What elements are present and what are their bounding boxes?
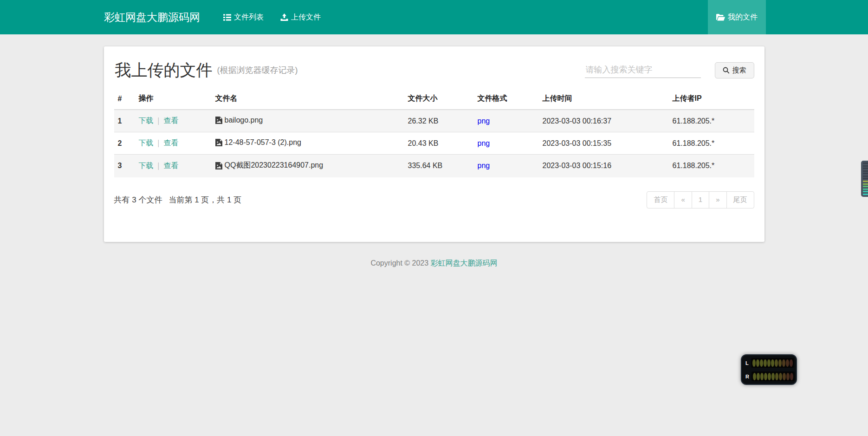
led-segment [783,373,786,380]
files-table: # 操作 文件名 文件大小 文件格式 上传时间 上传者IP 1 下载｜查看 [114,88,754,177]
col-header-size: 文件大小 [404,88,474,110]
download-link[interactable]: 下载 [139,117,154,124]
row-upload-time: 2023-03-03 00:15:35 [539,132,669,155]
upload-icon [280,13,288,21]
edge-stripe [863,183,868,185]
page-title: 我上传的文件 [115,60,213,80]
pagination-next[interactable]: » [709,191,726,208]
pagination: 首页 « 1 » 尾页 [647,191,754,208]
led-segment [756,359,759,367]
led-segment [779,373,782,380]
download-link[interactable]: 下载 [139,139,154,147]
col-header-index: # [114,88,135,110]
table-row: 1 下载｜查看 bailogo.png 26.32 KB pn [114,110,754,132]
led-segment [764,359,767,367]
action-separator: ｜ [155,139,162,147]
edge-stripe [863,168,868,169]
row-uploader-ip: 61.188.205.* [669,110,754,132]
search-icon [723,67,730,74]
edge-stripe [863,189,868,190]
led-segment [782,359,785,367]
row-index: 3 [114,155,135,177]
edge-level-widget[interactable] [861,161,868,197]
row-size: 335.64 KB [404,155,474,177]
page-footer: Copyright © 2023 彩虹网盘大鹏源码网 [0,259,868,268]
files-summary: 共有 3 个文件 当前第 1 页，共 1 页 [114,195,242,205]
edge-stripe [863,178,868,179]
copyright-text: Copyright © 2023 [370,259,428,267]
edge-stripe [863,176,868,177]
view-link[interactable]: 查看 [163,117,178,124]
row-size: 20.43 KB [404,132,474,155]
meter-row-left: L [745,358,792,368]
row-filename-cell: bailogo.png [212,110,404,132]
nav-item-my-files[interactable]: 我的文件 [708,0,766,34]
site-brand[interactable]: 彩虹网盘大鹏源码网 [102,0,202,34]
filename-text[interactable]: bailogo.png [225,116,263,124]
pagination-prev[interactable]: « [674,191,692,208]
pagination-page-1[interactable]: 1 [692,191,709,208]
led-segment [771,359,774,367]
nav-item-label: 我的文件 [728,13,758,22]
nav-item-file-list[interactable]: 文件列表 [215,0,272,34]
led-segment [790,373,793,380]
page-info-text: 当前第 1 页，共 1 页 [168,195,241,205]
led-strip-right [751,371,795,381]
filename-text[interactable]: QQ截图20230223164907.png [225,161,324,170]
files-card: 我上传的文件 (根据浏览器缓存记录) 搜索 # 操作 [104,46,764,242]
led-segment [760,373,764,380]
pagination-first[interactable]: 首页 [647,191,674,208]
table-row: 3 下载｜查看 QQ截图20230223164907.png 335.64 K [114,155,754,177]
led-segment [778,359,782,367]
row-actions: 下载｜查看 [135,155,212,177]
led-segment [775,373,778,380]
footer-site-link[interactable]: 彩虹网盘大鹏源码网 [431,259,498,267]
edge-stripe [863,181,868,182]
row-upload-time: 2023-03-03 00:15:16 [539,155,669,177]
edge-stripe [863,163,868,164]
meter-row-right: R [745,371,792,381]
filename-text[interactable]: 12-48-57-057-3 (2).png [225,138,301,147]
right-channel-label: R [745,374,749,379]
row-format-cell: png [474,110,539,132]
page-subtitle: (根据浏览器缓存记录) [217,65,298,76]
table-row: 2 下载｜查看 12-48-57-057-3 (2).png 20.43 KB [114,132,754,155]
row-format-cell: png [474,132,539,155]
format-link[interactable]: png [478,117,490,125]
card-header: 我上传的文件 (根据浏览器缓存记录) 搜索 [114,60,754,80]
col-header-filename: 文件名 [212,88,404,110]
format-link[interactable]: png [478,139,490,147]
download-link[interactable]: 下载 [139,162,154,169]
row-filename-cell: QQ截图20230223164907.png [212,155,404,177]
led-segment [790,359,793,367]
led-strip-left [751,358,794,368]
edge-stripe [863,194,868,195]
led-segment [768,373,771,380]
led-segment [752,359,756,367]
pagination-last[interactable]: 尾页 [726,191,754,208]
led-segment [775,359,778,367]
format-link[interactable]: png [478,162,490,169]
row-index: 1 [114,110,135,132]
row-uploader-ip: 61.188.205.* [669,132,754,155]
led-segment [786,359,789,367]
edge-stripe [863,173,868,174]
view-link[interactable]: 查看 [163,139,178,147]
row-index: 2 [114,132,135,155]
led-segment [786,373,790,380]
col-header-format: 文件格式 [474,88,539,110]
row-upload-time: 2023-03-03 00:16:37 [539,110,669,132]
view-link[interactable]: 查看 [163,162,178,169]
nav-item-upload[interactable]: 上传文件 [272,0,329,34]
files-total-text: 共有 3 个文件 [114,195,162,205]
row-filename-cell: 12-48-57-057-3 (2).png [212,132,404,155]
led-segment [767,359,771,367]
led-segment [764,373,767,380]
image-file-icon [215,117,222,124]
row-format-cell: png [474,155,539,177]
list-icon [223,14,231,21]
search-input[interactable] [585,62,701,78]
row-uploader-ip: 61.188.205.* [669,155,754,177]
search-button-label: 搜索 [732,66,746,75]
search-button[interactable]: 搜索 [715,62,754,78]
